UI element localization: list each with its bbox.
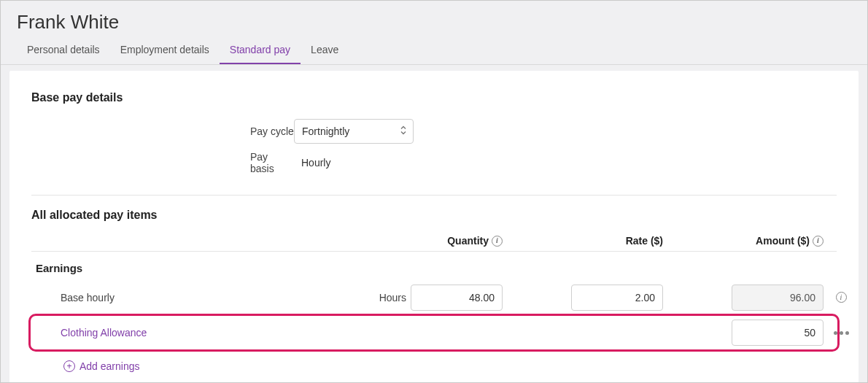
divider	[31, 195, 837, 196]
table-row-highlighted: Clothing Allowance	[31, 315, 837, 350]
tab-standard-pay[interactable]: Standard pay	[220, 36, 301, 64]
pay-basis-row: Pay basis Hourly	[31, 151, 837, 174]
header-quantity: Quantity i	[411, 235, 505, 247]
earnings-title: Earnings	[36, 262, 837, 274]
earnings-item-link[interactable]: Clothing Allowance	[31, 327, 309, 338]
pay-cycle-select[interactable]: Fortnightly	[294, 119, 414, 144]
table-header-row: Quantity i Rate ($) Amount ($) i	[31, 235, 837, 252]
select-caret-icon	[400, 125, 407, 138]
unit-label: Hours	[309, 292, 411, 303]
table-row: Base hourly Hours i	[31, 280, 837, 315]
header-rate: Rate ($)	[571, 235, 666, 247]
app-window: Frank White Personal details Employment …	[0, 0, 868, 383]
header-amount: Amount ($) i	[732, 235, 826, 247]
pay-cycle-row: Pay cycle Fortnightly	[31, 119, 837, 144]
pay-basis-label: Pay basis	[31, 151, 294, 174]
add-earnings-label: Add earnings	[80, 360, 140, 372]
row-info-button[interactable]: i	[826, 292, 856, 303]
more-icon	[834, 331, 849, 335]
tab-employment-details[interactable]: Employment details	[110, 36, 220, 64]
tab-leave[interactable]: Leave	[301, 36, 349, 64]
tab-personal-details[interactable]: Personal details	[17, 36, 110, 64]
info-icon[interactable]: i	[492, 236, 503, 247]
table-row: Clothing Allowance	[31, 315, 837, 350]
add-earnings-button[interactable]: + Add earnings	[63, 360, 837, 372]
row-more-button[interactable]	[826, 331, 856, 335]
section-title-allocated: All allocated pay items	[31, 209, 837, 222]
earnings-item-name: Base hourly	[31, 292, 309, 303]
info-icon[interactable]: i	[813, 236, 824, 247]
pay-cycle-value: Fortnightly	[302, 125, 349, 137]
rate-input[interactable]	[571, 285, 663, 311]
plus-circle-icon: +	[63, 360, 75, 372]
section-title-base-pay: Base pay details	[31, 91, 837, 104]
amount-input	[732, 285, 824, 311]
pay-basis-value: Hourly	[294, 157, 330, 169]
amount-input[interactable]	[732, 320, 824, 346]
quantity-input[interactable]	[411, 285, 503, 311]
tabs-bar: Personal details Employment details Stan…	[1, 36, 867, 65]
pay-cycle-label: Pay cycle	[31, 125, 294, 137]
info-icon: i	[836, 292, 847, 303]
content-panel: Base pay details Pay cycle Fortnightly P…	[9, 71, 859, 383]
page-title: Frank White	[1, 1, 867, 36]
